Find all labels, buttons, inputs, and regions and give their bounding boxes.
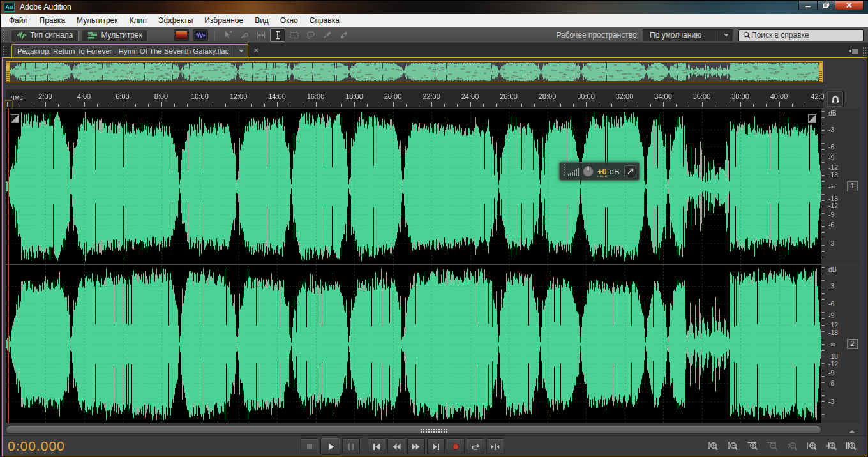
- tabbar: Редактор: Return To Forever - Hymn Of Th…: [1, 43, 868, 57]
- channel-2-button[interactable]: 2: [847, 339, 858, 349]
- menu-item-window[interactable]: Окно: [274, 14, 304, 27]
- ruler-tick-label: 42:0: [811, 93, 824, 100]
- editor-panel: чмс 2:004:006:008:0010:0012:0014:0016:00…: [2, 57, 867, 456]
- restore-button[interactable]: [818, 1, 835, 10]
- db-scale-label: -6: [828, 221, 834, 228]
- scroll-up-arrow[interactable]: [849, 427, 855, 433]
- db-scale-label: -18: [828, 329, 838, 336]
- minimize-button[interactable]: [798, 1, 818, 10]
- menu-item-file[interactable]: Файл: [3, 14, 34, 27]
- horizontal-scrollbar[interactable]: [6, 426, 821, 434]
- ruler-tick-label: 12:00: [230, 93, 248, 100]
- menu-item-multitrack[interactable]: Мультитрек: [71, 14, 123, 27]
- ruler-tick-label: 18:00: [345, 93, 363, 100]
- scrollbar-grip[interactable]: [420, 428, 448, 433]
- overview-navigator[interactable]: [6, 61, 823, 82]
- tab-dropdown-button[interactable]: [234, 45, 248, 57]
- timeline-ruler[interactable]: чмс 2:004:006:008:0010:0012:0014:0016:00…: [6, 89, 823, 108]
- rewind-button[interactable]: [387, 438, 405, 454]
- db-scale-channel-2: dB-3-6-9-12-18-∞-18-12-9-6-3 2: [821, 265, 860, 423]
- waveform-canvas-1[interactable]: [6, 109, 821, 264]
- close-button[interactable]: [835, 1, 864, 10]
- overview-right-handle[interactable]: [819, 62, 822, 82]
- stop-button[interactable]: [301, 438, 318, 454]
- waveform-channel-2[interactable]: [6, 265, 821, 423]
- volume-hud[interactable]: +0 dB: [559, 162, 640, 181]
- pause-button[interactable]: [342, 438, 360, 454]
- workspace-dropdown[interactable]: По умолчанию: [643, 29, 733, 41]
- skip-to-start-button[interactable]: [368, 438, 385, 454]
- record-icon: [451, 442, 461, 452]
- ruler-tick-label: 6:00: [116, 93, 129, 100]
- channel-1-button[interactable]: 1: [847, 181, 858, 191]
- gain-knob[interactable]: [581, 165, 595, 178]
- tab-close-button[interactable]: ✕: [248, 46, 264, 55]
- panel-menu-button[interactable]: [846, 46, 858, 57]
- db-scale-label: -9: [828, 369, 834, 377]
- app-logo: Au: [4, 3, 15, 12]
- db-scale-label: -9: [828, 311, 834, 319]
- skip-to-start-icon: [371, 442, 382, 452]
- menu-item-effects[interactable]: Эффекты: [153, 14, 199, 27]
- toolbar-grip[interactable]: [2, 29, 6, 41]
- zoom-to-in-point-button[interactable]: [804, 439, 819, 453]
- move-tool[interactable]: [220, 28, 236, 42]
- selection-corner-handle-right[interactable]: [808, 114, 816, 123]
- ruler-tick-label: 24:00: [461, 93, 479, 100]
- pause-icon: [346, 442, 356, 452]
- loop-playback-button[interactable]: [467, 438, 484, 454]
- tab-editor[interactable]: Редактор: Return To Forever - Hymn Of Th…: [11, 44, 248, 57]
- waveform-display-button[interactable]: [193, 29, 208, 41]
- search-icon: [742, 31, 751, 40]
- zoom-reset-icon: [786, 441, 798, 451]
- zoom-to-selection-button[interactable]: [844, 439, 859, 453]
- db-scale-label: -6: [828, 379, 834, 387]
- zoom-out-horizontal-button[interactable]: [765, 439, 780, 453]
- time-selection-tool[interactable]: [270, 28, 285, 42]
- hud-grip[interactable]: [562, 163, 565, 176]
- snap-button[interactable]: [827, 91, 844, 107]
- fast-forward-button[interactable]: [407, 438, 425, 454]
- hud-pin-button[interactable]: [624, 165, 636, 177]
- hud-gain-value[interactable]: +0: [597, 167, 607, 177]
- zoom-in-horizontal-button[interactable]: [745, 439, 760, 453]
- waveform-canvas-2[interactable]: [6, 265, 821, 423]
- menu-item-favorites[interactable]: Избранное: [198, 14, 249, 27]
- zoom-in-horizontal-icon: [747, 441, 758, 451]
- menu-item-help[interactable]: Справка: [304, 14, 345, 27]
- overview-left-handle[interactable]: [6, 62, 10, 82]
- db-tick-marks: [821, 267, 825, 420]
- razor-tool[interactable]: [237, 28, 252, 42]
- overview-waveform[interactable]: [6, 62, 822, 82]
- panel-grip[interactable]: [2, 45, 6, 55]
- skip-to-end-button[interactable]: [427, 438, 445, 454]
- menu-item-edit[interactable]: Правка: [34, 14, 71, 27]
- waveform-channel-1[interactable]: [6, 109, 821, 264]
- caption-buttons: [798, 1, 864, 10]
- signal-type-button[interactable]: Тип сигнала: [11, 29, 79, 41]
- help-search-box[interactable]: [738, 29, 864, 41]
- zoom-reset-button[interactable]: [784, 439, 800, 453]
- menu-item-view[interactable]: Вид: [249, 14, 274, 27]
- skip-selection-button[interactable]: [486, 438, 504, 454]
- spot-healing-brush-tool[interactable]: [336, 28, 352, 42]
- panel-grip[interactable]: [862, 46, 866, 56]
- menu-item-clip[interactable]: Клип: [124, 14, 153, 27]
- paintbrush-selection-tool[interactable]: [320, 28, 335, 42]
- workspace-dropdown-arrow[interactable]: [719, 30, 733, 41]
- record-button[interactable]: [447, 438, 465, 454]
- zoom-out-vertical-icon: [727, 441, 738, 451]
- zoom-to-out-point-button[interactable]: [824, 439, 839, 453]
- search-input[interactable]: [751, 31, 853, 40]
- zoom-out-vertical-button[interactable]: [725, 439, 740, 453]
- marquee-selection-tool[interactable]: [287, 28, 302, 42]
- spectral-display-button[interactable]: [174, 29, 189, 41]
- time-display[interactable]: 0:00.000: [8, 438, 65, 454]
- zoom-in-vertical-button[interactable]: [705, 439, 721, 453]
- selection-corner-handle-left[interactable]: [11, 114, 19, 123]
- slip-tool[interactable]: [253, 28, 269, 42]
- multitrack-button[interactable]: Мультитрек: [82, 29, 147, 41]
- play-button[interactable]: [320, 438, 340, 455]
- lasso-selection-tool[interactable]: [303, 28, 318, 42]
- playhead-line[interactable]: [8, 109, 9, 423]
